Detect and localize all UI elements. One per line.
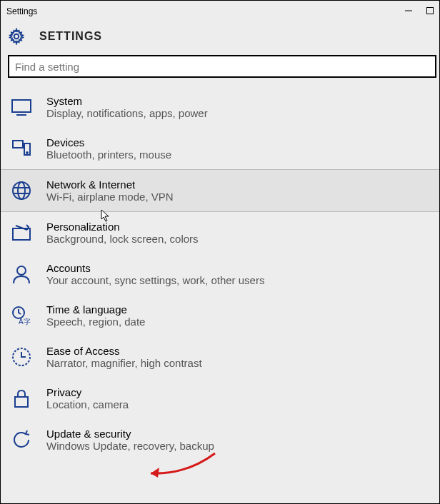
category-desc: Wi-Fi, airplane mode, VPN	[46, 191, 174, 203]
category-title: Accounts	[46, 262, 264, 274]
category-update[interactable]: Update & security Windows Update, recove…	[1, 419, 439, 460]
category-text: Time & language Speech, region, date	[46, 303, 145, 328]
category-accounts[interactable]: Accounts Your account, sync settings, wo…	[1, 253, 439, 295]
display-icon	[11, 96, 32, 118]
category-list: System Display, notifications, apps, pow…	[1, 86, 439, 460]
category-desc: Location, camera	[46, 398, 129, 410]
category-title: Devices	[46, 136, 171, 148]
update-icon	[11, 429, 32, 450]
category-title: Ease of Access	[46, 345, 202, 357]
category-title: Privacy	[46, 386, 129, 398]
window-title: Settings	[6, 6, 405, 16]
svg-point-2	[14, 34, 19, 39]
category-time[interactable]: A字 Time & language Speech, region, date	[1, 295, 439, 336]
category-ease[interactable]: Ease of Access Narrator, magnifier, high…	[1, 336, 439, 378]
category-title: System	[46, 95, 208, 107]
category-system[interactable]: System Display, notifications, apps, pow…	[1, 86, 439, 128]
globe-icon	[11, 180, 32, 201]
person-icon	[11, 263, 32, 285]
category-desc: Speech, region, date	[46, 316, 145, 328]
category-text: Accounts Your account, sync settings, wo…	[46, 262, 264, 286]
header: SETTINGS	[1, 22, 439, 55]
category-network[interactable]: Network & Internet Wi-Fi, airplane mode,…	[1, 169, 439, 212]
devices-icon	[11, 138, 32, 159]
category-text: Devices Bluetooth, printers, mouse	[46, 136, 171, 161]
category-text: Privacy Location, camera	[46, 386, 129, 410]
gear-icon	[8, 28, 25, 45]
category-text: System Display, notifications, apps, pow…	[46, 95, 208, 119]
category-desc: Narrator, magnifier, high contrast	[46, 357, 202, 369]
personalization-icon	[11, 222, 32, 243]
category-text: Update & security Windows Update, recove…	[46, 428, 214, 452]
category-text: Ease of Access Narrator, magnifier, high…	[46, 345, 202, 369]
category-text: Personalization Background, lock screen,…	[46, 221, 199, 245]
window-titlebar: Settings	[1, 1, 439, 22]
svg-rect-1	[427, 8, 434, 14]
category-title: Time & language	[46, 303, 145, 316]
page-title: SETTINGS	[39, 30, 102, 43]
svg-rect-12	[13, 228, 30, 240]
category-desc: Your account, sync settings, work, other…	[46, 274, 264, 286]
svg-point-9	[18, 182, 25, 199]
search-input[interactable]	[15, 61, 429, 73]
svg-rect-5	[13, 141, 23, 148]
minimize-icon[interactable]	[405, 6, 412, 16]
search-box[interactable]	[8, 55, 436, 78]
category-title: Update & security	[46, 428, 214, 440]
category-privacy[interactable]: Privacy Location, camera	[1, 378, 439, 419]
category-devices[interactable]: Devices Bluetooth, printers, mouse	[1, 128, 439, 169]
category-desc: Background, lock screen, colors	[46, 233, 199, 245]
lock-icon	[11, 388, 32, 409]
category-desc: Windows Update, recovery, backup	[46, 440, 214, 452]
svg-rect-3	[12, 100, 31, 112]
category-personalization[interactable]: Personalization Background, lock screen,…	[1, 212, 439, 253]
category-text: Network & Internet Wi-Fi, airplane mode,…	[46, 178, 174, 203]
maximize-icon[interactable]	[426, 6, 434, 16]
category-desc: Bluetooth, printers, mouse	[46, 148, 171, 161]
svg-point-7	[26, 152, 28, 153]
svg-text:A字: A字	[19, 318, 31, 326]
time-language-icon: A字	[11, 305, 32, 326]
svg-rect-17	[15, 397, 28, 407]
category-title: Network & Internet	[46, 178, 174, 191]
svg-point-8	[13, 182, 30, 199]
window-controls	[405, 6, 434, 16]
category-title: Personalization	[46, 221, 199, 233]
category-desc: Display, notifications, apps, power	[46, 107, 208, 119]
svg-point-13	[17, 266, 26, 275]
ease-of-access-icon	[11, 346, 32, 368]
